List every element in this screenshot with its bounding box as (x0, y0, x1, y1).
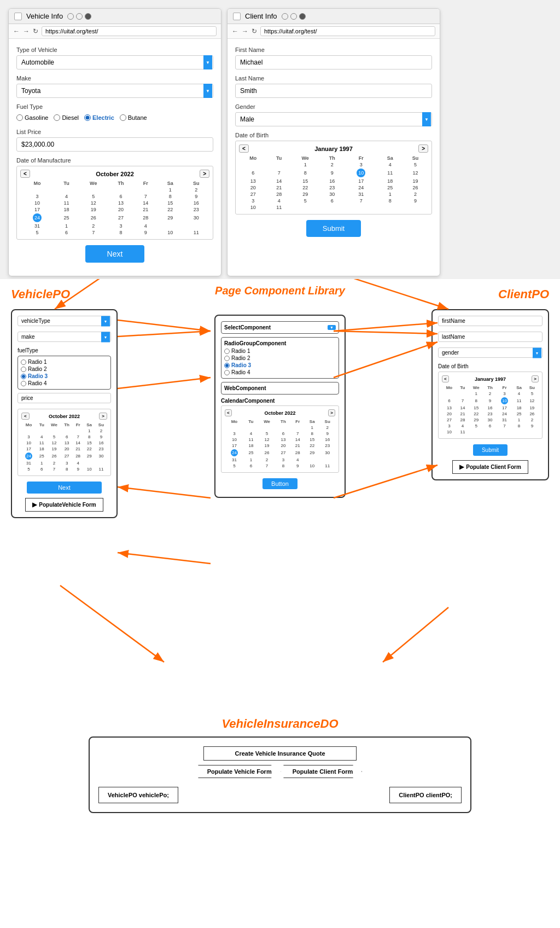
last-name-input[interactable] (235, 84, 432, 98)
pcl-cal-selected[interactable]: 24 (231, 449, 238, 456)
client-cal-selected-day[interactable]: 10 (357, 169, 365, 177)
cpo-gender-select[interactable]: gender (438, 347, 542, 358)
first-name-input[interactable] (235, 55, 432, 69)
flow-step2: Populate Vehicle Form (198, 765, 281, 778)
vpo-cal-next-btn[interactable]: > (99, 413, 107, 420)
arrow-pcl-sel-to-cpo-lname (334, 331, 438, 334)
pcl-cal-prev[interactable]: < (225, 409, 232, 416)
vpo-cal-prev-btn[interactable]: < (21, 413, 30, 420)
pcl-radio1[interactable] (224, 349, 230, 354)
client-close-btn[interactable] (299, 13, 306, 20)
vpo-fuel-radio-box: Radio 1 Radio 2 Radio 3 Radio 4 (18, 356, 111, 390)
cpo-first-name-input[interactable] (438, 316, 542, 326)
cpo-cal-month: January 1997 (475, 376, 506, 382)
gasoline-radio[interactable] (16, 114, 23, 121)
client-reload-icon[interactable]: ↻ (252, 27, 257, 35)
fuel-type-label: Fuel Type (16, 103, 213, 110)
vpo-vehicle-type-select-wrapper: vehicleType ▼ (18, 316, 111, 326)
cpo-submit-button[interactable]: Submit (473, 444, 508, 456)
vpo-make-select[interactable]: make (18, 332, 111, 342)
vehicle-po-title: VehiclePO (11, 287, 70, 301)
client-cal-next-btn[interactable]: > (418, 144, 428, 153)
cpo-cal-prev[interactable]: < (442, 375, 449, 382)
bottom-section: VehicleInsuranceDO Create Vehicle Insura… (0, 706, 560, 824)
web-component-box: WebComponent (221, 382, 339, 395)
client-nav-bar: ← → ↻ (228, 24, 440, 39)
vpo-make-group: make ▼ (18, 332, 111, 342)
cpo-cal-next[interactable]: > (532, 375, 539, 382)
vpo-radio1-label: Radio 1 (21, 359, 108, 365)
cpo-populate-tag: ▶ Populate Client Form (452, 460, 528, 474)
client-forward-icon[interactable]: → (242, 27, 248, 35)
cpo-last-name-input[interactable] (438, 332, 542, 342)
arrow-cpo-to-ido (383, 607, 448, 662)
butane-radio[interactable] (120, 114, 126, 121)
window-controls (67, 13, 91, 20)
page-component-title: Page Component Library (215, 285, 345, 297)
vehicle-next-button[interactable]: Next (85, 245, 145, 263)
arrow-vpo-next-to-ido (60, 585, 164, 662)
type-of-vehicle-select[interactable]: Automobile (16, 55, 213, 69)
arrow-pcl-btn-to-vpo-next (118, 553, 211, 564)
cal-prev-btn[interactable]: < (20, 170, 30, 178)
radio-group-component-label: RadioGroupComponent (224, 340, 336, 346)
make-select[interactable]: Toyota (16, 84, 213, 98)
vpo-vehicle-type-select[interactable]: vehicleType (18, 316, 111, 326)
client-maximize-btn[interactable] (290, 13, 297, 20)
vpo-vehicle-type-group: vehicleType ▼ (18, 316, 111, 326)
type-of-vehicle-label: Type of Vehicle (16, 47, 213, 53)
client-url-input[interactable] (260, 26, 435, 36)
cal-next-btn[interactable]: > (200, 170, 209, 178)
client-submit-button[interactable]: Submit (306, 220, 361, 237)
select-component-arrow: ▼ (328, 325, 336, 330)
vpo-radio2[interactable] (21, 367, 26, 372)
client-calendar-header: < January 1997 > (239, 144, 428, 153)
electric-radio[interactable] (84, 114, 91, 121)
insurance-do-box: Create Vehicle Insurance Quote Populate … (89, 736, 471, 813)
vehicle-po-var: VehiclePO vehiclePo; (98, 787, 178, 803)
vpo-cal-selected[interactable]: 24 (25, 453, 32, 460)
date-of-manufacture-label: Date of Manufacture (16, 157, 213, 164)
flow-step1: Create Vehicle Insurance Quote (203, 746, 357, 761)
flow-steps-row: Populate Vehicle Form Populate Client Fo… (198, 765, 363, 778)
client-po-var: ClientPO clientPO; (389, 787, 462, 803)
list-price-input[interactable] (16, 137, 213, 152)
pcl-radio2[interactable] (224, 356, 230, 361)
cal-selected-day[interactable]: 24 (33, 213, 42, 222)
close-btn[interactable] (85, 13, 91, 20)
arrow-pcl-cal-to-vpo (118, 487, 211, 498)
vpo-calendar-grid: MoTuWeThFrSaSu 12 3456789 10111213141516… (21, 422, 107, 472)
gender-select[interactable]: Male (235, 112, 432, 126)
pcl-cal-month: October 2022 (264, 410, 295, 416)
vpo-radio4[interactable] (21, 381, 26, 386)
vpo-radio3[interactable] (21, 374, 26, 379)
reload-icon[interactable]: ↻ (33, 27, 38, 35)
vpo-radio4-label: Radio 4 (21, 380, 108, 386)
back-icon[interactable]: ← (13, 27, 20, 35)
vehicle-calendar: < October 2022 > MoTuWeThFrSaSu 12 34567… (16, 166, 213, 240)
url-input[interactable] (42, 26, 217, 36)
forward-icon[interactable]: → (23, 27, 30, 35)
pcl-button[interactable]: Button (262, 478, 298, 489)
client-cal-prev-btn[interactable]: < (239, 144, 249, 153)
process-flow: Create Vehicle Insurance Quote Populate … (98, 746, 462, 778)
client-minimize-btn[interactable] (282, 13, 288, 20)
diesel-radio[interactable] (54, 114, 60, 121)
client-back-icon[interactable]: ← (232, 27, 238, 35)
vpo-next-button[interactable]: Next (27, 482, 102, 494)
flow-step3: Populate Client Form (283, 765, 363, 778)
minimize-btn[interactable] (67, 13, 74, 20)
pcl-radio4[interactable] (224, 370, 230, 375)
client-cal-month-label: January 1997 (314, 146, 353, 152)
radio-group-component-box: RadioGroupComponent Radio 1 Radio 2 Radi… (221, 337, 339, 379)
vpo-price-input[interactable] (18, 393, 111, 403)
vpo-populate-label: PopulateVehicle Form (39, 502, 96, 508)
arrow-client-to-cpo (339, 279, 448, 309)
vpo-radio1[interactable] (21, 359, 26, 365)
vpo-price-group (18, 393, 111, 403)
pcl-radio3[interactable] (224, 363, 230, 368)
cpo-cal-selected[interactable]: 10 (501, 397, 508, 404)
vpo-populate-tag: ▶ PopulateVehicle Form (25, 498, 103, 512)
pcl-cal-next[interactable]: > (328, 409, 335, 416)
maximize-btn[interactable] (76, 13, 83, 20)
